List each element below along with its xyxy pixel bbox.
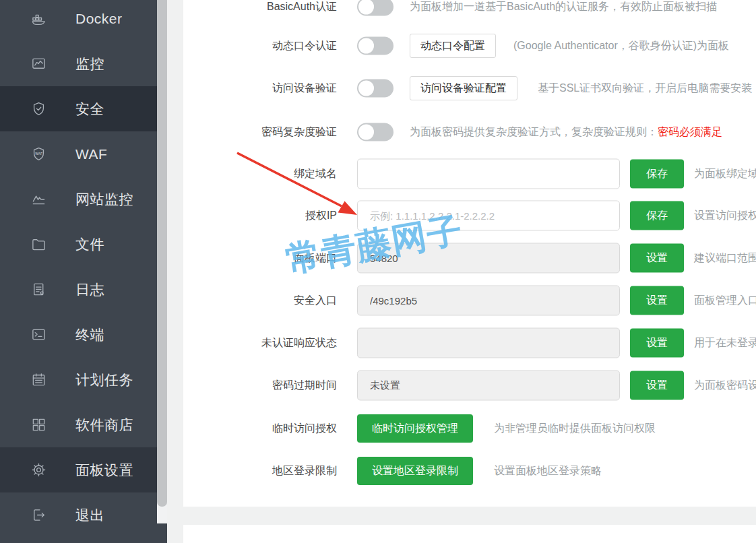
sidebar-item-label: 计划任务 bbox=[75, 371, 133, 389]
sidebar-item-app-store[interactable]: 软件商店 bbox=[0, 402, 157, 447]
sidebar-item-panel-settings[interactable]: 面板设置 bbox=[0, 447, 157, 492]
temp-access-manage-button[interactable]: 临时访问授权管理 bbox=[357, 414, 473, 443]
shield-check-icon bbox=[30, 101, 46, 117]
unauth-status-desc: 用于在未登录 bbox=[694, 336, 756, 350]
device-verify-toggle[interactable] bbox=[357, 79, 393, 98]
auth-ip-save-button[interactable]: 保存 bbox=[630, 201, 684, 230]
sidebar-item-label: 面板设置 bbox=[75, 461, 133, 480]
security-entrance-label: 安全入口 bbox=[189, 294, 337, 308]
sidebar-item-logout[interactable]: 退出 bbox=[0, 492, 157, 538]
bind-domain-label: 绑定域名 bbox=[189, 167, 337, 181]
sidebar-item-label: 终端 bbox=[75, 325, 104, 344]
toggle-knob bbox=[358, 0, 374, 15]
pwd-expire-label: 密码过期时间 bbox=[189, 379, 337, 393]
pwd-expire-input[interactable] bbox=[357, 371, 620, 401]
app-store-icon bbox=[30, 417, 46, 433]
log-icon bbox=[30, 282, 46, 298]
sidebar-item-terminal[interactable]: 终端 bbox=[0, 312, 157, 357]
sidebar-item-files[interactable]: 文件 bbox=[0, 222, 157, 267]
pwd-complexity-desc: 为面板密码提供复杂度验证方式，复杂度验证规则：密码必须满足 bbox=[410, 125, 722, 139]
temp-access-desc: 为非管理员临时提供面板访问权限 bbox=[494, 422, 656, 436]
sidebar-item-label: 文件 bbox=[75, 235, 104, 254]
sidebar: Docker 监控 安全 bbox=[0, 0, 167, 543]
sidebar-item-label: 软件商店 bbox=[75, 416, 133, 435]
sidebar-item-label: 退出 bbox=[75, 506, 104, 525]
panel-port-desc: 建议端口范围 bbox=[694, 251, 756, 265]
auth-ip-input[interactable] bbox=[357, 201, 620, 231]
bind-domain-save-button[interactable]: 保存 bbox=[630, 160, 684, 189]
bind-domain-input[interactable] bbox=[357, 159, 620, 189]
security-entrance-desc: 面板管理入口 bbox=[694, 294, 756, 308]
bind-domain-desc: 为面板绑定域名 bbox=[694, 167, 756, 181]
region-limit-desc: 设置面板地区登录策略 bbox=[494, 464, 602, 478]
basicauth-label: BasicAuth认证 bbox=[189, 0, 337, 14]
sidebar-item-label: 日志 bbox=[75, 280, 104, 299]
device-verify-desc: 基于SSL证书双向验证，开启后电脑需要安装 bbox=[538, 82, 752, 96]
docker-icon bbox=[30, 11, 46, 27]
otp-desc: (Google Authenticator，谷歌身份认证)为面板 bbox=[513, 39, 729, 53]
security-entrance-set-button[interactable]: 设置 bbox=[630, 286, 684, 315]
otp-toggle[interactable] bbox=[357, 37, 393, 55]
security-settings-panel: BasicAuth认证 为面板增加一道基于BasicAuth的认证服务，有效防止… bbox=[183, 0, 756, 507]
sidebar-item-label: 安全 bbox=[75, 100, 104, 119]
unauth-status-label: 未认证响应状态 bbox=[189, 336, 337, 350]
sidebar-item-label: 监控 bbox=[75, 55, 104, 73]
pwd-complexity-toggle[interactable] bbox=[357, 123, 393, 141]
pwd-complexity-label: 密码复杂度验证 bbox=[189, 125, 337, 139]
panel-port-input[interactable] bbox=[357, 243, 620, 274]
sidebar-item-docker[interactable]: Docker bbox=[0, 0, 157, 41]
pwd-expire-desc: 为面板密码设置 bbox=[694, 379, 756, 393]
auth-ip-label: 授权IP bbox=[189, 209, 337, 223]
region-limit-set-button[interactable]: 设置地区登录限制 bbox=[357, 457, 473, 485]
folder-icon bbox=[30, 236, 46, 253]
terminal-icon bbox=[30, 327, 46, 343]
security-entrance-input[interactable] bbox=[357, 286, 620, 316]
sidebar-item-logs[interactable]: 日志 bbox=[0, 267, 157, 312]
sidebar-item-site-monitor[interactable]: 网站监控 bbox=[0, 177, 157, 222]
unauth-status-set-button[interactable]: 设置 bbox=[630, 329, 684, 358]
gear-icon bbox=[30, 462, 46, 478]
panel-port-label: 面板端口 bbox=[189, 251, 337, 265]
sidebar-item-label: 网站监控 bbox=[75, 190, 133, 209]
sidebar-item-cron[interactable]: 计划任务 bbox=[0, 357, 157, 402]
pwd-rule-red-text: 密码必须满足 bbox=[658, 126, 722, 137]
calendar-icon bbox=[30, 372, 46, 388]
svg-text:WAF: WAF bbox=[35, 152, 42, 156]
pwd-expire-set-button[interactable]: 设置 bbox=[630, 371, 684, 400]
sidebar-item-security[interactable]: 安全 bbox=[0, 86, 157, 131]
sidebar-menu: Docker 监控 安全 bbox=[0, 0, 157, 538]
region-limit-label: 地区登录限制 bbox=[189, 464, 337, 478]
unauth-status-input[interactable] bbox=[357, 328, 620, 358]
toggle-knob bbox=[358, 81, 374, 96]
sidebar-item-label: WAF bbox=[75, 146, 107, 162]
sidebar-scrollbar-track bbox=[157, 0, 167, 523]
panel-port-set-button[interactable]: 设置 bbox=[630, 244, 684, 273]
basicauth-toggle[interactable] bbox=[357, 0, 393, 16]
otp-config-button[interactable]: 动态口令配置 bbox=[410, 34, 496, 58]
otp-label: 动态口令认证 bbox=[189, 39, 337, 53]
device-verify-label: 访问设备验证 bbox=[189, 82, 337, 96]
sidebar-item-waf[interactable]: WAF WAF bbox=[0, 131, 157, 177]
logout-icon bbox=[30, 507, 46, 523]
sidebar-item-label: Docker bbox=[75, 11, 123, 27]
monitor-icon bbox=[30, 56, 46, 72]
sidebar-scrollbar-thumb[interactable] bbox=[157, 0, 167, 507]
toggle-knob bbox=[358, 125, 374, 140]
basicauth-desc: 为面板增加一道基于BasicAuth的认证服务，有效防止面板被扫描 bbox=[410, 0, 717, 14]
sidebar-item-monitor[interactable]: 监控 bbox=[0, 41, 157, 86]
temp-access-label: 临时访问授权 bbox=[189, 422, 337, 436]
next-panel-card bbox=[183, 525, 756, 543]
auth-ip-desc: 设置访问授权IP bbox=[694, 209, 756, 223]
toggle-knob bbox=[358, 38, 374, 54]
waf-shield-icon: WAF bbox=[30, 146, 46, 162]
site-monitor-icon bbox=[30, 191, 46, 207]
device-verify-config-button[interactable]: 访问设备验证配置 bbox=[410, 76, 517, 100]
